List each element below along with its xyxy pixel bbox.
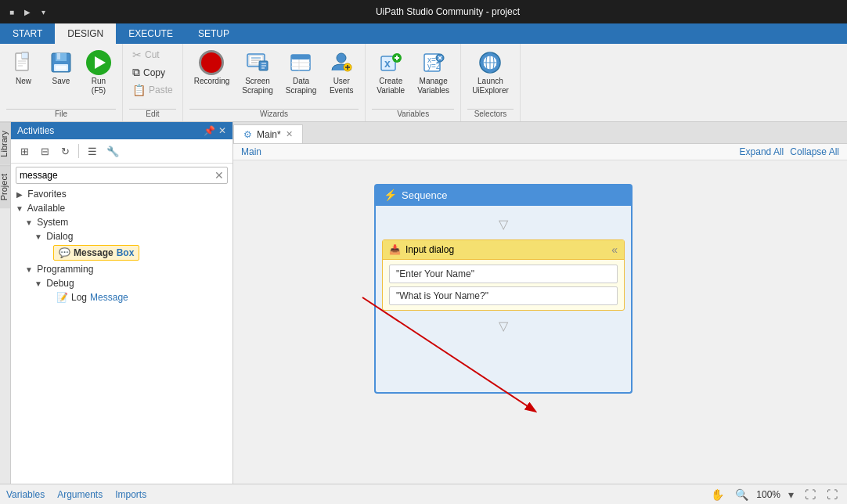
arguments-link[interactable]: Arguments — [57, 489, 103, 500]
input-dialog-title-row: 📥 Input dialog — [389, 244, 454, 255]
menu-tabs: START DESIGN EXECUTE SETUP — [0, 23, 847, 44]
list-view-btn[interactable]: ☰ — [84, 142, 101, 160]
tree-system[interactable]: ▼ System — [11, 215, 232, 229]
title-bar-icons: ■ ▶ ▾ — [6, 6, 49, 17]
favorites-arrow: ▶ — [14, 190, 25, 199]
cut-icon: ✂ — [132, 49, 142, 61]
clear-search-icon[interactable]: ✕ — [214, 169, 224, 182]
filter-btn[interactable]: 🔧 — [104, 142, 121, 160]
dropdown-icon[interactable]: ▾ — [38, 6, 49, 17]
pin-icon[interactable]: 📌 — [204, 125, 215, 136]
sequence-container: ⚡ Sequence ▽ 📥 Input dialog « — [374, 184, 633, 394]
tree-programming[interactable]: ▼ Programming — [11, 262, 232, 276]
imports-link[interactable]: Imports — [115, 489, 146, 500]
variables-group-label: Variables — [372, 109, 454, 120]
save-button[interactable]: Save — [44, 47, 78, 89]
refresh-btn[interactable]: ↻ — [56, 142, 74, 160]
paste-button[interactable]: 📋 Paste — [129, 82, 176, 98]
drop-arrow-bottom: ▽ — [382, 314, 625, 338]
available-label: Available — [27, 203, 65, 214]
copy-button[interactable]: ⧉ Copy — [129, 64, 176, 81]
fit-screen-icon[interactable]: ⛶ — [802, 487, 819, 502]
cut-button[interactable]: ✂ Cut — [129, 47, 176, 63]
messagebox-icon: 💬 — [59, 247, 70, 258]
activities-header: Activities 📌 ✕ — [11, 122, 232, 139]
variables-link[interactable]: Variables — [6, 489, 45, 500]
add-to-favorites-btn[interactable]: ⊞ — [16, 142, 33, 160]
title-bar-title: UiPath Studio Community - project — [55, 6, 841, 17]
design-canvas[interactable]: ⚡ Sequence ▽ 📥 Input dialog « — [233, 160, 847, 484]
favorites-label: Favorites — [27, 189, 66, 200]
activities-title: Activities — [17, 125, 54, 136]
paste-label: Paste — [149, 85, 173, 95]
new-button[interactable]: New — [6, 47, 41, 89]
user-events-button[interactable]: UserEvents — [324, 47, 359, 99]
tree-messagebox[interactable]: 💬 Message Box — [11, 243, 232, 262]
input-dialog-box[interactable]: 📥 Input dialog « "Enter Your Name" "What… — [382, 239, 625, 311]
launch-uiexplorer-button[interactable]: LaunchUiExplorer — [467, 47, 514, 99]
tree-dialog[interactable]: ▼ Dialog — [11, 229, 232, 243]
tree-logmessage[interactable]: 📝 Log Message — [11, 290, 232, 304]
tab-close-icon[interactable]: ✕ — [286, 129, 293, 139]
run-button[interactable]: Run(F5) — [81, 47, 116, 99]
message-box-node[interactable]: 💬 Message Box — [53, 245, 139, 261]
svg-text:x: x — [384, 57, 391, 70]
drop-arrow-top: ▽ — [382, 212, 625, 236]
create-variable-button[interactable]: x CreateVariable — [372, 47, 409, 99]
main-tab[interactable]: ⚙ Main* ✕ — [233, 124, 303, 143]
system-arrow: ▼ — [23, 218, 34, 227]
input-dialog-body: "Enter Your Name" "What is Your Name?" — [383, 260, 624, 310]
cut-label: Cut — [145, 49, 160, 60]
breadcrumb-right: Expand All Collapse All — [740, 146, 839, 157]
run-icon — [86, 50, 111, 75]
zoom-search-icon[interactable]: 🔍 — [732, 487, 751, 502]
title-bar: ■ ▶ ▾ UiPath Studio Community - project — [0, 0, 847, 23]
sequence-header: ⚡ Sequence — [374, 184, 633, 206]
window-icon[interactable]: ■ — [6, 6, 17, 17]
zoom-value: 100% — [756, 489, 780, 500]
tree-available[interactable]: ▼ Available — [11, 201, 232, 215]
play-icon[interactable]: ▶ — [22, 6, 33, 17]
ribbon-group-wizards: Recording Scre — [183, 44, 366, 121]
ribbon-group-edit: ✂ Cut ⧉ Copy 📋 Paste Edit — [123, 44, 183, 121]
run-label: Run(F5) — [92, 77, 106, 95]
new-label: New — [16, 77, 31, 86]
library-tab[interactable]: Library — [0, 122, 10, 165]
logmessage-label: Log — [71, 292, 87, 303]
status-left: Variables Arguments Imports — [6, 489, 146, 500]
vertical-tabs: Library Project — [0, 122, 11, 484]
tree-debug[interactable]: ▼ Debug — [11, 276, 232, 290]
file-group-label: File — [6, 109, 116, 120]
zoom-dropdown-icon[interactable]: ▾ — [785, 487, 797, 502]
breadcrumb[interactable]: Main — [241, 146, 261, 157]
activities-tree: ▶ Favorites ▼ Available ▼ System ▼ Dialo… — [11, 187, 232, 484]
fullscreen-icon[interactable]: ⛶ — [824, 487, 841, 502]
create-variable-label: CreateVariable — [377, 77, 405, 95]
input-dialog-collapse-icon[interactable]: « — [611, 243, 618, 256]
expand-all-link[interactable]: Expand All — [740, 146, 784, 157]
collapse-all-link[interactable]: Collapse All — [790, 146, 839, 157]
close-activities-icon[interactable]: ✕ — [218, 125, 226, 136]
tab-design[interactable]: DESIGN — [55, 23, 116, 44]
data-scraping-icon — [288, 50, 313, 75]
logmessage-icon: 📝 — [56, 292, 68, 303]
selectors-group-label: Selectors — [467, 109, 514, 120]
tree-favorites[interactable]: ▶ Favorites — [11, 187, 232, 201]
input-dialog-icon: 📥 — [389, 244, 401, 255]
recording-button[interactable]: Recording — [189, 47, 235, 89]
dialog-label: Dialog — [46, 231, 73, 242]
tab-start[interactable]: START — [0, 23, 55, 44]
search-input[interactable] — [20, 170, 214, 181]
screen-scraping-button[interactable]: ScreenScraping — [237, 47, 277, 99]
tab-setup[interactable]: SETUP — [186, 23, 242, 44]
tab-execute[interactable]: EXECUTE — [116, 23, 186, 44]
svg-rect-9 — [56, 66, 67, 70]
data-scraping-button[interactable]: DataScraping — [281, 47, 321, 99]
save-icon — [49, 50, 74, 75]
hand-tool-icon[interactable]: ✋ — [708, 487, 727, 502]
input-dialog-header: 📥 Input dialog « — [383, 240, 624, 260]
ribbon-group-variables: x CreateVariable x=1 y=2 — [366, 44, 461, 121]
project-tab[interactable]: Project — [0, 165, 10, 208]
remove-from-favorites-btn[interactable]: ⊟ — [36, 142, 53, 160]
manage-variables-button[interactable]: x=1 y=2 ManageVariables — [413, 47, 454, 99]
